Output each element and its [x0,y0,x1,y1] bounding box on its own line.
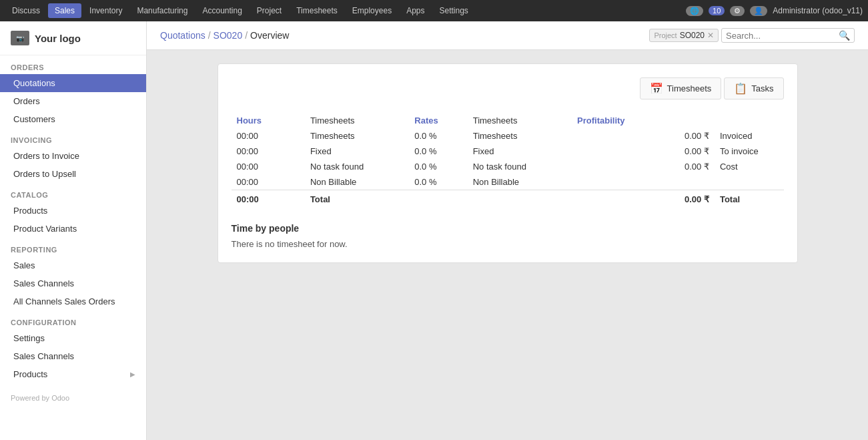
row-rate: 0.0 % [409,159,455,174]
row-ts-label: Total [305,190,397,208]
row-hours: 00:00 [232,174,293,190]
sidebar-item-quotations[interactable]: Quotations [0,74,146,92]
row-rate: 0.0 % [409,144,455,159]
row-ts-label2: No task found [468,159,560,174]
col-header-result [715,113,784,128]
time-by-people-title: Time by people [232,223,784,234]
col-header-amount [661,113,715,128]
breadcrumb-overview: Overview [250,30,289,41]
card-tabs: 📅 Timesheets 📋 Tasks [232,77,784,99]
chevron-right-icon: ▶ [130,371,135,378]
sidebar-item-orders-to-invoice[interactable]: Orders to Invoice [0,147,146,165]
nav-timesheets[interactable]: Timesheets [290,3,344,18]
sidebar-item-sales[interactable]: Sales [0,256,146,274]
globe-badge[interactable]: 🌐 [686,6,703,16]
row-hours: 00:00 [232,144,293,159]
powered-by: Powered by Odoo [0,383,146,413]
sidebar-item-customers[interactable]: Customers [0,110,146,128]
sidebar-item-product-variants[interactable]: Product Variants [0,220,146,238]
nav-project[interactable]: Project [250,3,288,18]
table-row: 00:00 Fixed 0.0 % Fixed 0.00 ₹ To invoic… [232,144,784,159]
row-ts-label: No task found [305,159,397,174]
no-timesheet-message: There is no timesheet for now. [232,239,784,249]
time-by-people-section: Time by people There is no timesheet for… [232,223,784,249]
col-header-hours: Hours [232,113,293,128]
row-result-label: Cost [715,159,784,174]
filter-tag-label: Project [654,31,677,39]
row-amount: 0.00 ₹ [661,190,715,208]
row-hours: 00:00 [232,128,293,144]
breadcrumb-sep-1: / [208,30,211,41]
filter-tag-value: SO020 [680,31,705,40]
search-input[interactable] [726,31,839,41]
stats-table: Hours Timesheets Rates Timesheets Profit… [232,113,784,207]
row-rate: 0.0 % [409,174,455,190]
col-header-rates: Rates [409,113,455,128]
sidebar-item-config-sales-channels[interactable]: Sales Channels [0,347,146,365]
sidebar-section-catalog: Catalog [0,183,146,202]
table-row: 00:00 No task found 0.0 % No task found … [232,159,784,174]
nav-apps[interactable]: Apps [400,3,431,18]
nav-discuss[interactable]: Discuss [5,3,47,18]
search-filter-tag[interactable]: Project SO020 ✕ [649,29,719,42]
logo-icon: 📷 [11,31,29,45]
search-area: Project SO020 ✕ 🔍 [649,28,855,43]
sidebar-item-all-channels-sales-orders[interactable]: All Channels Sales Orders [0,292,146,310]
notification-badge[interactable]: 10 [709,6,725,15]
content-header: Quotations / SO020 / Overview Project SO… [147,21,868,50]
nav-inventory[interactable]: Inventory [83,3,129,18]
tab-timesheets-label: Timesheets [667,83,712,93]
tab-tasks-label: Tasks [751,83,773,93]
search-input-box[interactable]: 🔍 [721,28,855,43]
row-ts-label: Fixed [305,144,397,159]
sidebar-item-orders-to-upsell[interactable]: Orders to Upsell [0,165,146,183]
nav-accounting[interactable]: Accounting [195,3,248,18]
nav-settings[interactable]: Settings [433,3,475,18]
table-row: 00:00 Timesheets 0.0 % Timesheets 0.00 ₹… [232,128,784,144]
row-amount: 0.00 ₹ [661,128,715,144]
row-ts-label2: Timesheets [468,128,560,144]
logo-text: Your logo [35,33,81,44]
sidebar-section-configuration: Configuration [0,310,146,329]
row-ts-label2: Fixed [468,144,560,159]
sidebar-item-products[interactable]: Products [0,202,146,220]
avatar-icon[interactable]: 👤 [750,6,767,16]
breadcrumb-sep-2: / [245,30,248,41]
breadcrumb: Quotations / SO020 / Overview [160,30,644,41]
table-row: 00:00 Non Billable 0.0 % Non Billable [232,174,784,190]
row-ts-label2 [468,190,560,208]
breadcrumb-so020[interactable]: SO020 [213,30,243,41]
admin-label: Administrator (odoo_v11) [773,6,863,15]
nav-sales[interactable]: Sales [48,3,81,18]
content-area: Quotations / SO020 / Overview Project SO… [147,21,868,440]
breadcrumb-quotations[interactable]: Quotations [160,30,205,41]
sidebar-section-reporting: Reporting [0,238,146,256]
nav-manufacturing[interactable]: Manufacturing [130,3,194,18]
row-hours: 00:00 [232,190,293,208]
sidebar-item-config-products[interactable]: Products ▶ [0,365,146,383]
top-navigation: Discuss Sales Inventory Manufacturing Ac… [0,0,868,21]
sidebar-section-invoicing: Invoicing [0,128,146,147]
search-icon[interactable]: 🔍 [839,30,850,41]
sidebar: 📷 Your logo Orders Quotations Orders Cus… [0,21,147,440]
tab-tasks[interactable]: 📋 Tasks [724,77,783,99]
filter-tag-close-icon[interactable]: ✕ [707,31,714,40]
overview-card: 📅 Timesheets 📋 Tasks Hours Timeshe [218,63,798,263]
sidebar-item-sales-channels[interactable]: Sales Channels [0,274,146,292]
row-result-label: Invoiced [715,128,784,144]
tab-timesheets[interactable]: 📅 Timesheets [640,77,722,99]
gear-badge[interactable]: ⚙ [730,6,745,16]
row-amount [661,174,715,190]
nav-right-area: 🌐 10 ⚙ 👤 Administrator (odoo_v11) [686,6,863,16]
sidebar-logo[interactable]: 📷 Your logo [0,21,146,55]
table-row: 00:00 Total 0.00 ₹ Total [232,190,784,208]
row-amount: 0.00 ₹ [661,159,715,174]
sidebar-section-orders: Orders [0,55,146,74]
sidebar-item-orders[interactable]: Orders [0,92,146,110]
sidebar-item-settings[interactable]: Settings [0,329,146,347]
row-rate [409,190,455,208]
row-hours: 00:00 [232,159,293,174]
col-header-profitability: Profitability [572,113,648,128]
nav-employees[interactable]: Employees [346,3,398,18]
row-ts-label2: Non Billable [468,174,560,190]
